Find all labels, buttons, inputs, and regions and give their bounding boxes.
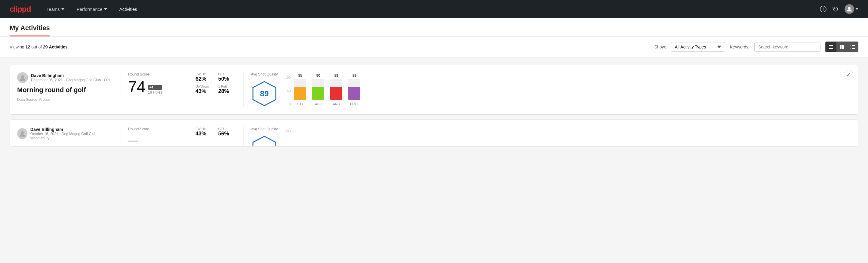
viewing-total-num: 29 (43, 45, 48, 49)
activity-type-dropdown[interactable]: All Activity Types (671, 42, 725, 52)
card-left: Dave Billingham December 05, 2021 - Gog … (17, 72, 114, 102)
page-header: My Activities (0, 18, 868, 37)
stat-label: FW Hit (195, 72, 214, 76)
bar-label-arg: ARG (333, 102, 340, 106)
user-date: December 05, 2021 - Gog Magog Golf Club … (31, 78, 110, 82)
stat-updown: Up/Down 43% (195, 85, 214, 94)
user-details: Dave Billingham October 16, 2021 - Gog M… (30, 127, 114, 140)
user-details: Dave Billingham December 05, 2021 - Gog … (31, 73, 110, 82)
svg-rect-13 (850, 47, 851, 47)
view-toggle (825, 41, 858, 52)
score-main: — (128, 134, 181, 146)
stat-value: 50% (218, 76, 237, 82)
svg-rect-7 (840, 45, 841, 47)
chevron-down-icon (717, 45, 721, 49)
viewing-out-of-text: out of (31, 45, 42, 49)
stat-1putt: 1 Putt 28% (218, 85, 237, 94)
refresh-button[interactable] (833, 6, 839, 12)
viewing-count: 12 (26, 45, 30, 49)
bar-track-putt (348, 79, 360, 100)
bar-label-app: APP (315, 102, 321, 106)
stat-fw-hit: FW Hit 62% (195, 72, 214, 82)
svg-point-17 (21, 75, 24, 78)
nav-performance-label: Performance (77, 7, 102, 12)
round-score-label: Round Score (128, 72, 181, 77)
svg-rect-8 (842, 45, 844, 47)
y-axis-100: 100 (285, 76, 290, 80)
nav-teams-label: Teams (46, 7, 60, 12)
svg-point-19 (21, 131, 24, 134)
bar-value-arg: 89 (335, 74, 338, 78)
hex-svg (251, 135, 278, 147)
user-name: Dave Billingham (31, 73, 110, 78)
bar-value-putt: 89 (352, 74, 356, 78)
activities-list: Dave Billingham December 05, 2021 - Gog … (0, 57, 868, 154)
nav-performance[interactable]: Performance (75, 4, 108, 14)
activity-type-value: All Activity Types (675, 45, 706, 49)
logo: clippd (10, 4, 31, 14)
svg-rect-16 (852, 48, 855, 49)
svg-rect-12 (852, 45, 855, 46)
bar-fill-putt (348, 87, 360, 100)
user-name: Dave Billingham (30, 127, 114, 132)
avg-shot-quality-label: Avg Shot Quality (251, 127, 278, 131)
view-list-full-button[interactable] (847, 42, 858, 52)
stat-value: 43% (195, 88, 214, 94)
stat-label: Up/Down (195, 85, 214, 88)
viewing-text: Viewing 12 out of 29 Activities (10, 45, 650, 49)
bar-track-ott (294, 79, 306, 100)
view-list-compact-button[interactable] (826, 42, 836, 52)
add-button[interactable] (820, 6, 827, 12)
nav-activities[interactable]: Activities (118, 4, 138, 14)
user-menu[interactable] (844, 4, 858, 14)
svg-rect-6 (829, 48, 833, 49)
data-source: Data Source: Arccos (17, 97, 114, 102)
user-info: Dave Billingham October 16, 2021 - Gog M… (17, 127, 114, 140)
stats-section: FW Hit 62% GIR 50% Up/Down 43% 1 Putt 28… (188, 72, 236, 94)
svg-rect-10 (842, 47, 844, 49)
y-axis-0: 0 (285, 102, 290, 106)
bar-group-app: 90 APP (312, 74, 324, 106)
nav-right (820, 4, 858, 14)
bar-group-putt: 89 PUTT (348, 74, 360, 106)
bar-group-arg: 89 ARG (330, 74, 342, 106)
stat-value: 56% (218, 130, 237, 137)
activity-name: Morning round of golf (17, 86, 114, 94)
quality-section: Avg Shot Quality 100 94 82 (243, 127, 851, 147)
y-axis: 100 50 0 (285, 76, 292, 106)
stats-section: FW Hit 43% GIR 56% (188, 127, 236, 147)
bar-fill-app (312, 87, 324, 100)
svg-rect-15 (850, 48, 851, 49)
search-input[interactable] (754, 42, 820, 52)
stat-label: 1 Putt (218, 85, 237, 88)
nav-teams[interactable]: Teams (45, 4, 66, 14)
quality-label-col: Avg Shot Quality (251, 127, 278, 147)
score-badge: +4 (148, 85, 162, 90)
activity-card: Dave Billingham October 16, 2021 - Gog M… (10, 119, 858, 147)
stat-value: 43% (195, 130, 214, 137)
bar-value-app: 90 (316, 74, 320, 78)
avatar (17, 72, 28, 83)
score-section: Round Score — (121, 127, 181, 146)
stat-fw-hit: FW Hit 43% (195, 127, 214, 137)
score-number: 74 (128, 79, 146, 94)
show-label: Show: (654, 45, 666, 49)
bar-track-app (312, 79, 324, 100)
hex-score: 89 (260, 89, 269, 98)
bar-track-arg (330, 79, 342, 100)
filter-bar: Viewing 12 out of 29 Activities Show: Al… (0, 37, 868, 57)
edit-button[interactable] (844, 70, 853, 80)
hex-container: 89 (251, 80, 278, 107)
y-axis: 100 (285, 129, 292, 147)
holes-label: 18 Holes (148, 90, 162, 94)
stat-value: 28% (218, 88, 237, 94)
stat-gir: GIR 56% (218, 127, 237, 137)
bar-label-ott: OTT (297, 102, 304, 106)
svg-rect-5 (829, 47, 833, 47)
stat-label: GIR (218, 127, 237, 130)
stat-label: FW Hit (195, 127, 214, 130)
keywords-label: Keywords: (730, 45, 749, 49)
view-grid-button[interactable] (836, 42, 847, 52)
bar-fill-ott (294, 87, 306, 100)
navbar: clippd Teams Performance Activities (0, 0, 868, 18)
